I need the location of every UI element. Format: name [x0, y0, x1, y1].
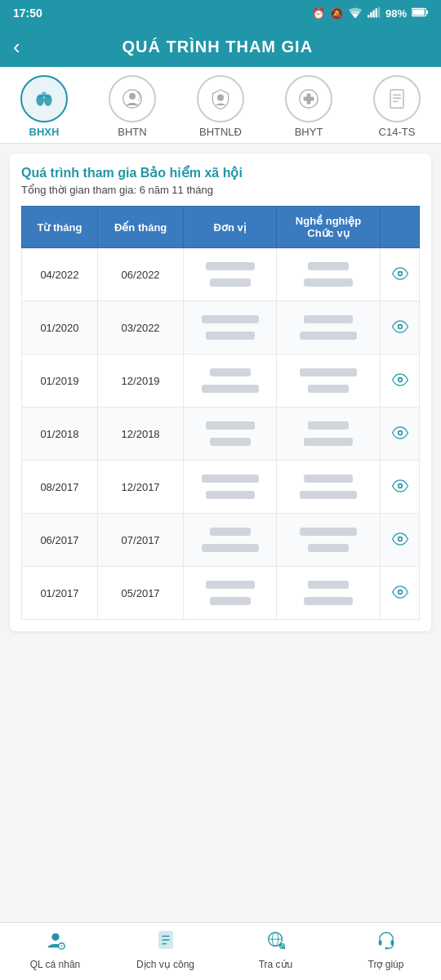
- view-icon[interactable]: [391, 531, 409, 549]
- tab-bhtn-label: BHTN: [118, 126, 146, 138]
- table-row: 06/201707/2017: [22, 514, 420, 567]
- cell-to: 07/2017: [97, 514, 184, 567]
- header: ‹ QUÁ TRÌNH THAM GIA: [0, 26, 441, 67]
- cell-to: 12/2018: [97, 408, 184, 461]
- page-title: QUÁ TRÌNH THAM GIA: [35, 38, 428, 56]
- signal-icon: [368, 7, 381, 20]
- table-header-row: Từ tháng Đến tháng Đơn vị Nghề nghiệpChứ…: [22, 207, 420, 248]
- table-row: 01/202003/2022: [22, 301, 420, 354]
- battery-icon: [412, 7, 428, 20]
- view-icon[interactable]: [391, 265, 409, 283]
- view-icon[interactable]: [391, 372, 409, 390]
- svg-rect-8: [412, 9, 425, 15]
- svg-point-35: [399, 590, 401, 593]
- table-row: 04/202206/2022: [22, 248, 420, 301]
- nav-ql-ca-nhan[interactable]: QL cá nhân: [23, 929, 88, 970]
- tab-bhyt-circle: [285, 75, 332, 122]
- headset-icon: [376, 929, 397, 956]
- participation-table: Từ tháng Đến tháng Đơn vị Nghề nghiệpChứ…: [21, 206, 420, 620]
- view-icon[interactable]: [391, 318, 409, 336]
- table-row: 01/201705/2017: [22, 567, 420, 620]
- cell-unit: [184, 354, 276, 408]
- tab-bhtnld-label: BHTNLĐ: [199, 126, 242, 138]
- sound-icon: 🔕: [330, 7, 343, 20]
- svg-point-11: [42, 91, 47, 96]
- status-icons: ⏰ 🔕 98%: [312, 7, 428, 20]
- person-gear-icon: [45, 929, 66, 956]
- svg-point-25: [399, 325, 401, 327]
- svg-point-27: [399, 378, 401, 381]
- cell-from: 04/2022: [22, 248, 98, 301]
- bottom-nav: QL cá nhân Dịch vụ công Tra cứu: [0, 922, 441, 980]
- tab-bhyt-label: BHYT: [295, 126, 323, 138]
- svg-rect-18: [390, 90, 403, 108]
- cell-to: 03/2022: [97, 301, 184, 354]
- nav-dich-vu-cong[interactable]: Dịch vụ công: [133, 929, 198, 970]
- section-subtitle: Tổng thời gian tham gia: 6 năm 11 tháng: [21, 184, 420, 196]
- cell-from: 08/2017: [22, 461, 98, 514]
- cell-unit: [184, 461, 276, 514]
- cell-job: [276, 301, 380, 354]
- tab-c14ts[interactable]: C14-TS: [364, 75, 430, 138]
- svg-point-29: [399, 431, 401, 434]
- svg-rect-2: [370, 12, 372, 17]
- view-icon[interactable]: [391, 478, 409, 496]
- status-time: 17:50: [13, 7, 42, 20]
- tab-bhtnld[interactable]: BHTNLĐ: [188, 75, 253, 138]
- cell-from: 01/2018: [22, 408, 98, 461]
- cell-view[interactable]: [381, 461, 420, 514]
- cell-unit: [184, 301, 276, 354]
- back-button[interactable]: ‹: [13, 36, 27, 57]
- nav-ql-label: QL cá nhân: [30, 959, 81, 970]
- col-to: Đến tháng: [97, 207, 184, 248]
- table-row: 08/201712/2017: [22, 461, 420, 514]
- tab-bhyt[interactable]: BHYT: [276, 75, 341, 138]
- cell-view[interactable]: [381, 301, 420, 354]
- view-icon[interactable]: [391, 584, 409, 602]
- tab-icon-row: BHXH BHTN BHTNLĐ: [0, 67, 441, 144]
- tab-bhtn[interactable]: BHTN: [100, 75, 165, 138]
- cell-view[interactable]: [381, 248, 420, 301]
- cell-from: 06/2017: [22, 514, 98, 567]
- table-row: 01/201912/2019: [22, 354, 420, 408]
- battery-percent: 98%: [385, 7, 407, 20]
- cell-job: [276, 248, 380, 301]
- svg-point-14: [217, 94, 224, 100]
- cell-view[interactable]: [381, 514, 420, 567]
- svg-rect-48: [390, 940, 394, 946]
- nav-dich-vu-label: Dịch vụ công: [136, 959, 194, 970]
- cell-unit: [184, 514, 276, 567]
- svg-rect-47: [378, 940, 381, 946]
- cell-view[interactable]: [381, 408, 420, 461]
- cell-job: [276, 461, 380, 514]
- cell-unit: [184, 248, 276, 301]
- cell-job: [276, 354, 380, 408]
- cell-view[interactable]: [381, 354, 420, 408]
- col-job: Nghề nghiệpChức vụ: [276, 207, 380, 248]
- nav-tra-cuu[interactable]: Tra cứu: [243, 929, 309, 970]
- tab-bhxh[interactable]: BHXH: [11, 75, 77, 138]
- alarm-icon: ⏰: [312, 7, 325, 20]
- tab-bhtnld-circle: [197, 75, 244, 122]
- cell-to: 05/2017: [97, 567, 184, 620]
- svg-point-31: [399, 484, 401, 487]
- cell-unit: [184, 408, 276, 461]
- cell-view[interactable]: [381, 567, 420, 620]
- main-content: Quá trình tham gia Bảo hiểm xã hội Tổng …: [10, 154, 431, 631]
- section-title: Quá trình tham gia Bảo hiểm xã hội: [21, 165, 420, 180]
- tab-c14ts-circle: [373, 75, 421, 122]
- cell-unit: [184, 567, 276, 620]
- cell-job: [276, 567, 380, 620]
- col-from: Từ tháng: [22, 207, 98, 248]
- nav-tro-giup[interactable]: Trợ giúp: [354, 929, 419, 970]
- col-unit: Đơn vị: [184, 207, 276, 248]
- tab-bhtn-circle: [109, 75, 156, 122]
- svg-point-33: [399, 537, 401, 540]
- search-globe-icon: [265, 929, 287, 956]
- tab-bhxh-label: BHXH: [29, 126, 60, 138]
- cell-to: 12/2017: [97, 461, 184, 514]
- status-bar: 17:50 ⏰ 🔕 98%: [0, 0, 441, 26]
- svg-rect-4: [376, 8, 377, 17]
- cell-to: 06/2022: [97, 248, 184, 301]
- view-icon[interactable]: [391, 425, 409, 443]
